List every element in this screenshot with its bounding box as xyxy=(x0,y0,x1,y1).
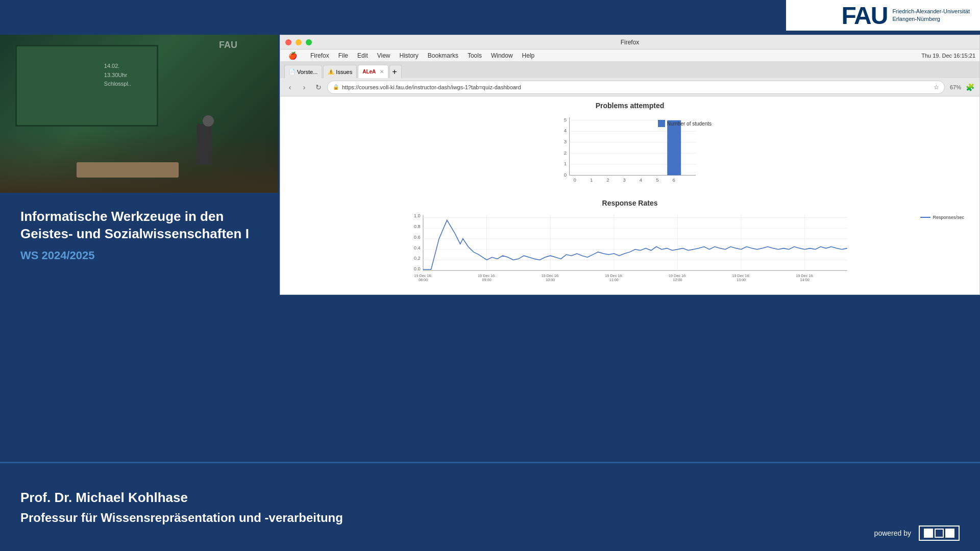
refresh-button[interactable]: ↻ xyxy=(313,82,324,93)
course-semester: WS 2024/2025 xyxy=(20,249,258,262)
fau-topbar: FAU Friedrich-Alexander-Universität Erla… xyxy=(786,0,980,31)
address-url: https://courses.voll-ki.fau.de/instructo… xyxy=(342,84,930,90)
video-watermark: FAU xyxy=(219,40,237,51)
svg-text:5: 5 xyxy=(564,117,567,122)
maximize-button[interactable] xyxy=(306,39,312,45)
svg-text:2: 2 xyxy=(564,150,567,156)
svg-text:4: 4 xyxy=(564,128,567,133)
chalkboard: 14.02.13.30UhrSchlosspl.. xyxy=(15,45,158,127)
browser-content: Problems attempted Number of students 5 … xyxy=(280,96,979,294)
fau-university-name: Friedrich-Alexander-Universität Erlangen… xyxy=(892,8,970,23)
browser-window: Firefox 🍎 Firefox File Edit View History… xyxy=(280,35,980,295)
svg-text:0.8: 0.8 xyxy=(414,224,421,229)
tab-issues[interactable]: ⚠️ Issues xyxy=(323,65,357,78)
svg-text:1.0: 1.0 xyxy=(414,213,421,218)
svg-text:0.6: 0.6 xyxy=(414,235,421,240)
svg-text:12:00: 12:00 xyxy=(673,278,682,281)
bookmark-star[interactable]: ☆ xyxy=(934,84,939,91)
line-chart-svg: 1.0 0.8 0.6 0.4 0.2 0.0 xyxy=(290,212,969,281)
browser-toolbar: ‹ › ↻ 🔒 https://courses.voll-ki.fau.de/i… xyxy=(280,78,979,96)
svg-text:0.2: 0.2 xyxy=(414,256,421,261)
svg-text:1: 1 xyxy=(564,161,567,166)
tab-bar: 📄 Vorste... ⚠️ Issues ALeA ✕ + xyxy=(280,62,979,78)
lock-icon: 🔒 xyxy=(333,84,339,90)
line-chart-container: Responses/sec 1.0 0.8 0.6 0.4 0.2 0.0 xyxy=(290,212,969,291)
svg-text:09:00: 09:00 xyxy=(482,278,492,281)
new-tab-button[interactable]: + xyxy=(389,65,402,78)
extensions-button[interactable]: 🧩 xyxy=(964,82,975,93)
svg-text:3: 3 xyxy=(564,139,567,144)
tab-vorste-label: Vorste... xyxy=(297,69,317,75)
macos-titlebar: Firefox xyxy=(280,35,979,49)
chalkboard-text: 14.02.13.30UhrSchlosspl.. xyxy=(104,62,131,89)
svg-text:10:00: 10:00 xyxy=(546,278,555,281)
menu-bar: 🍎 Firefox File Edit View History Bookmar… xyxy=(280,49,979,62)
edit-menu[interactable]: Edit xyxy=(353,51,372,60)
apple-menu[interactable]: 🍎 xyxy=(284,51,301,61)
bottom-info-bar: Prof. Dr. Michael Kohlhase Professur für… xyxy=(0,462,980,551)
svg-text:0: 0 xyxy=(574,177,577,183)
close-button[interactable] xyxy=(285,39,291,45)
svg-text:14:00: 14:00 xyxy=(800,278,810,281)
tab-alea[interactable]: ALeA ✕ xyxy=(358,65,388,78)
bookmarks-menu[interactable]: Bookmarks xyxy=(424,51,462,60)
window-menu[interactable]: Window xyxy=(487,51,517,60)
problems-chart-title: Problems attempted xyxy=(290,102,969,110)
svg-text:4: 4 xyxy=(640,177,643,183)
lecture-video-panel: 14.02.13.30UhrSchlosspl.. FAU xyxy=(0,35,278,193)
professor-name: Prof. Dr. Michael Kohlhase xyxy=(20,490,960,506)
rrze-logo xyxy=(919,525,960,541)
back-button[interactable]: ‹ xyxy=(284,82,296,93)
zoom-level: 67% xyxy=(950,84,961,90)
file-menu[interactable]: File xyxy=(334,51,352,60)
person-head xyxy=(203,115,214,127)
firefox-menu[interactable]: Firefox xyxy=(306,51,333,60)
svg-text:08:00: 08:00 xyxy=(419,278,428,281)
history-menu[interactable]: History xyxy=(396,51,423,60)
tab-vorste[interactable]: 📄 Vorste... xyxy=(284,65,322,78)
minimize-button[interactable] xyxy=(296,39,302,45)
svg-text:6: 6 xyxy=(672,177,675,183)
person-silhouette xyxy=(197,124,212,165)
tab-issues-label: Issues xyxy=(336,69,352,75)
course-title: Informatische Werkzeuge in den Geistes- … xyxy=(20,208,258,243)
svg-text:0.4: 0.4 xyxy=(414,245,421,251)
svg-text:0.0: 0.0 xyxy=(414,266,421,271)
datetime: Thu 19. Dec 16:15:21 xyxy=(921,53,975,59)
response-chart-title: Response Rates xyxy=(290,199,969,207)
view-menu[interactable]: View xyxy=(373,51,395,60)
professor-title: Professur für Wissensrepräsentation und … xyxy=(20,511,960,525)
svg-rect-20 xyxy=(667,120,681,176)
tools-menu[interactable]: Tools xyxy=(463,51,486,60)
tab-alea-close[interactable]: ✕ xyxy=(380,69,384,74)
svg-text:3: 3 xyxy=(623,177,626,183)
problems-chart-section: Problems attempted Number of students 5 … xyxy=(280,102,979,196)
address-bar[interactable]: 🔒 https://courses.voll-ki.fau.de/instruc… xyxy=(327,81,945,94)
desk xyxy=(77,162,179,178)
svg-text:2: 2 xyxy=(606,177,609,183)
fau-logo: FAU xyxy=(841,2,887,30)
svg-text:13:00: 13:00 xyxy=(737,278,746,281)
bar-chart-container: Number of students 5 4 3 2 1 0 0 1 xyxy=(548,115,712,196)
bar-chart-legend: Number of students xyxy=(658,120,712,127)
line-chart-legend: Responses/sec xyxy=(920,215,964,220)
svg-text:0: 0 xyxy=(564,172,567,178)
svg-text:5: 5 xyxy=(656,177,658,183)
response-chart-section: Response Rates Responses/sec 1.0 0.8 0.6… xyxy=(280,199,979,291)
forward-button[interactable]: › xyxy=(299,82,310,93)
svg-text:1: 1 xyxy=(590,177,593,183)
svg-text:11:00: 11:00 xyxy=(609,278,619,281)
powered-by: powered by xyxy=(874,525,960,541)
course-info-panel: Informatische Werkzeuge in den Geistes- … xyxy=(0,193,278,310)
window-title: Firefox xyxy=(621,39,640,46)
help-menu[interactable]: Help xyxy=(518,51,539,60)
